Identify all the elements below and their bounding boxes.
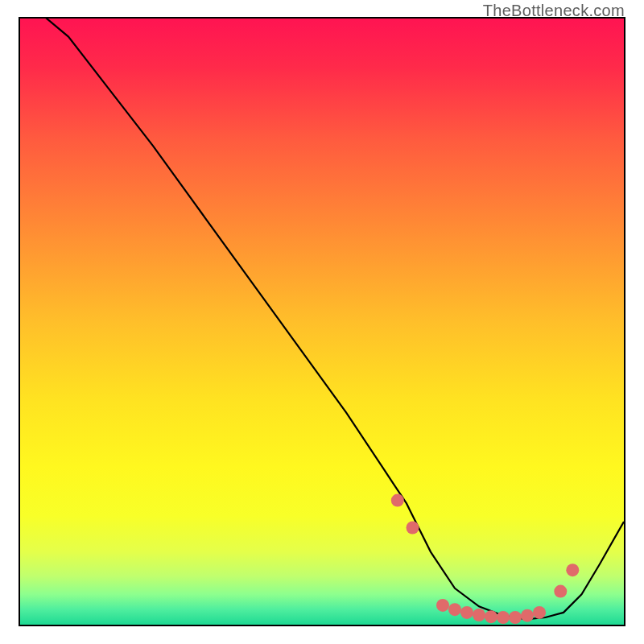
bottleneck-curve [20, 19, 624, 618]
curve-marker [473, 609, 485, 621]
curve-marker [566, 564, 579, 576]
curve-marker [521, 609, 534, 622]
curve-marker [407, 522, 419, 535]
curve-markers [391, 494, 580, 624]
curve-marker [485, 610, 497, 623]
curve-marker [554, 585, 567, 598]
chart-container: TheBottleneck.com [0, 0, 644, 644]
curve-layer [20, 19, 624, 625]
curve-marker [391, 494, 404, 507]
curve-marker [533, 606, 546, 619]
plot-area [19, 17, 625, 626]
curve-marker [448, 603, 461, 616]
curve-marker [497, 611, 510, 624]
curve-marker [509, 611, 522, 624]
curve-marker [436, 599, 449, 612]
curve-marker [460, 606, 473, 619]
